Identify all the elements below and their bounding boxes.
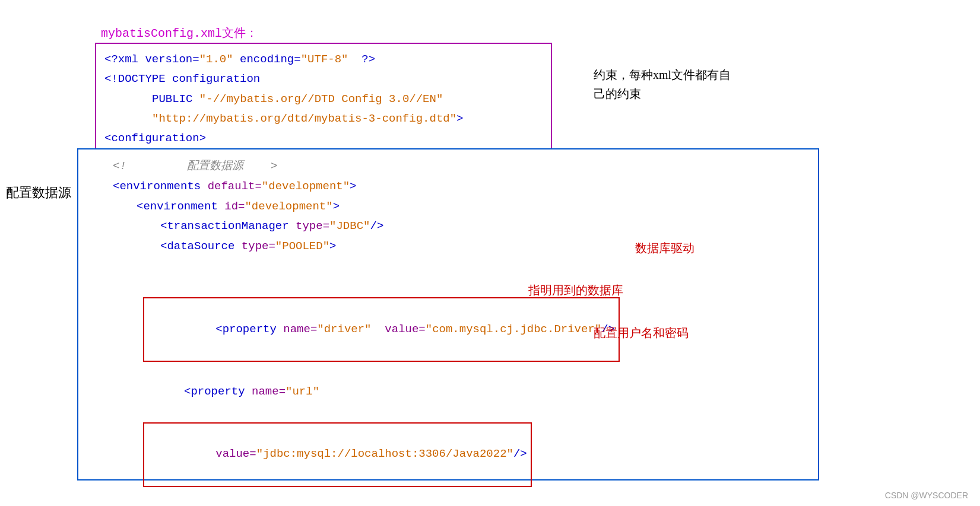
code-line-dtd: "http://mybatis.org/dtd/mybatis-3-config… bbox=[104, 109, 543, 129]
code-environments: <environments default="development"> bbox=[89, 177, 807, 197]
code-line-public: PUBLIC "-//mybatis.org//DTD Config 3.0//… bbox=[104, 90, 543, 109]
code-comment: <! 配置数据源 > bbox=[89, 157, 807, 177]
top-label: mybatisConfig.xml文件： bbox=[101, 25, 258, 41]
code-url-line1: <property name="url" bbox=[89, 382, 807, 402]
code-url-line2: value="jdbc:mysql://localhost:3306/Java2… bbox=[89, 402, 807, 506]
code-line-doctype: <!DOCTYPE configuration bbox=[104, 69, 543, 89]
page-container: mybatisConfig.xml文件： 配置数据源 <?xml version… bbox=[0, 0, 980, 506]
code-line-configuration: <configuration> bbox=[104, 129, 543, 148]
annotation-userpass: 配置用户名和密码 bbox=[594, 325, 689, 341]
blue-box: <! 配置数据源 > <environments default="develo… bbox=[77, 148, 819, 480]
code-txmanager: <transactionManager type="JDBC"/> bbox=[89, 217, 807, 237]
label-peizhishujuyuan: 配置数据源 bbox=[6, 184, 71, 202]
code-datasource: <dataSource type="POOLED"> bbox=[89, 237, 807, 257]
annotation-zhiming: 指明用到的数据库 bbox=[528, 282, 623, 298]
annotation-yueshu: 约束，每种xml文件都有自己的约束 bbox=[594, 65, 742, 103]
code-driver: <property name="driver" value="com.mysql… bbox=[89, 257, 807, 382]
csdn-watermark: CSDN @WYSCODER bbox=[885, 491, 968, 500]
code-line-xml: <?xml version="1.0" encoding="UTF-8" ?> bbox=[104, 50, 543, 69]
code-environment: <environment id="development"> bbox=[89, 197, 807, 217]
annotation-shujukuqudong: 数据库驱动 bbox=[635, 240, 694, 256]
